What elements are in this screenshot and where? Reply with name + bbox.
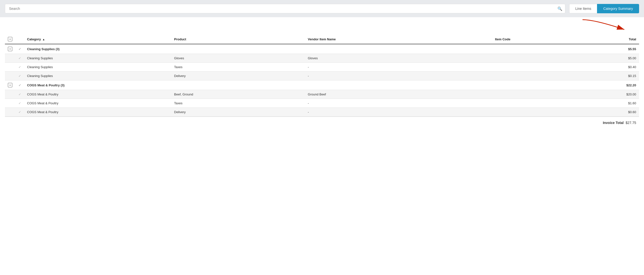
table-row: ✓ Cleaning Supplies Delivery - $0.15	[5, 72, 639, 80]
row-category: COGS Meat & Poultry	[24, 90, 171, 99]
table-area: − Category ▲ Product Vendor Item Name It…	[0, 34, 644, 127]
row-total: $0.60	[572, 108, 639, 116]
row-total: $1.60	[572, 99, 639, 108]
check-icon: ✓	[18, 110, 21, 114]
col-header-check	[15, 34, 24, 44]
group-itemcode-cell	[492, 44, 572, 54]
table-body: − ✓ Cleaning Supplies (3) $5.55 ✓ Cleani…	[5, 44, 639, 116]
check-icon: ✓	[18, 84, 21, 87]
child-check-cell: ✓	[15, 90, 24, 99]
row-product: Delivery	[171, 108, 305, 116]
check-icon: ✓	[18, 74, 21, 78]
table-group-header: − ✓ COGS Meat & Poultry (3) $22.20	[5, 80, 639, 90]
group-total-cell: $5.55	[572, 44, 639, 54]
invoice-total-row: Invoice Total $27.75	[5, 116, 639, 127]
row-product: Taxes	[171, 99, 305, 108]
child-collapse-cell	[5, 63, 15, 72]
col-header-category: Category ▲	[24, 34, 171, 44]
child-check-cell: ✓	[15, 72, 24, 80]
row-vendor-item-name: Gloves	[305, 54, 492, 63]
row-item-code	[492, 99, 572, 108]
table-group-header: − ✓ Cleaning Supplies (3) $5.55	[5, 44, 639, 54]
table-row: ✓ COGS Meat & Poultry Beef, Ground Groun…	[5, 90, 639, 99]
group-itemcode-cell	[492, 80, 572, 90]
group-vendor-cell	[305, 80, 492, 90]
table-header: − Category ▲ Product Vendor Item Name It…	[5, 34, 639, 44]
row-vendor-item-name: -	[305, 108, 492, 116]
line-items-table: − Category ▲ Product Vendor Item Name It…	[5, 34, 639, 116]
group-collapse-btn[interactable]: −	[8, 83, 12, 87]
group-check-cell: ✓	[15, 80, 24, 90]
row-vendor-item-name: -	[305, 72, 492, 80]
row-total: $20.00	[572, 90, 639, 99]
check-icon: ✓	[18, 56, 21, 60]
tab-line-items[interactable]: Line Items	[569, 4, 597, 13]
row-category: Cleaning Supplies	[24, 63, 171, 72]
row-total: $0.40	[572, 63, 639, 72]
invoice-total-value: $27.75	[626, 121, 636, 125]
group-check-cell: ✓	[15, 44, 24, 54]
row-total: $5.00	[572, 54, 639, 63]
search-wrapper: 🔍	[5, 4, 565, 13]
tab-category-summary[interactable]: Category Summary	[597, 4, 639, 13]
group-collapse-cell: −	[5, 44, 15, 54]
check-icon: ✓	[18, 65, 21, 69]
col-header-collapse: −	[5, 34, 15, 44]
child-check-cell: ✓	[15, 63, 24, 72]
row-vendor-item-name: Ground Beef	[305, 90, 492, 99]
search-input[interactable]	[5, 4, 565, 13]
row-vendor-item-name: -	[305, 63, 492, 72]
check-icon: ✓	[18, 92, 21, 96]
row-category: COGS Meat & Poultry	[24, 99, 171, 108]
row-item-code	[492, 72, 572, 80]
table-row: ✓ Cleaning Supplies Taxes - $0.40	[5, 63, 639, 72]
row-product: Beef, Ground	[171, 90, 305, 99]
group-product-cell	[171, 80, 305, 90]
collapse-all-btn[interactable]: −	[8, 37, 12, 41]
row-category: Cleaning Supplies	[24, 54, 171, 63]
arrow-annotation	[0, 17, 644, 32]
child-check-cell: ✓	[15, 54, 24, 63]
row-item-code	[492, 108, 572, 116]
col-header-total: Total	[572, 34, 639, 44]
child-collapse-cell	[5, 99, 15, 108]
group-vendor-cell	[305, 44, 492, 54]
child-collapse-cell	[5, 54, 15, 63]
group-collapse-cell: −	[5, 80, 15, 90]
check-icon: ✓	[18, 47, 21, 51]
col-header-itemcode: Item Code	[492, 34, 572, 44]
search-icon: 🔍	[558, 6, 562, 11]
group-collapse-btn[interactable]: −	[8, 47, 12, 51]
table-row: ✓ COGS Meat & Poultry Taxes - $1.60	[5, 99, 639, 108]
row-total: $0.15	[572, 72, 639, 80]
row-item-code	[492, 90, 572, 99]
table-row: ✓ Cleaning Supplies Gloves Gloves $5.00	[5, 54, 639, 63]
group-name-cell: COGS Meat & Poultry (3)	[24, 80, 171, 90]
child-collapse-cell	[5, 90, 15, 99]
row-product: Gloves	[171, 54, 305, 63]
row-category: Cleaning Supplies	[24, 72, 171, 80]
child-check-cell: ✓	[15, 108, 24, 116]
group-total-cell: $22.20	[572, 80, 639, 90]
child-collapse-cell	[5, 72, 15, 80]
row-product: Delivery	[171, 72, 305, 80]
tab-buttons: Line Items Category Summary	[569, 4, 639, 13]
row-category: COGS Meat & Poultry	[24, 108, 171, 116]
group-product-cell	[171, 44, 305, 54]
check-icon: ✓	[18, 101, 21, 105]
col-header-product: Product	[171, 34, 305, 44]
table-row: ✓ COGS Meat & Poultry Delivery - $0.60	[5, 108, 639, 116]
row-vendor-item-name: -	[305, 99, 492, 108]
group-name-cell: Cleaning Supplies (3)	[24, 44, 171, 54]
invoice-total-label: Invoice Total	[603, 121, 624, 125]
col-header-vendor: Vendor Item Name	[305, 34, 492, 44]
row-product: Taxes	[171, 63, 305, 72]
arrow-icon	[580, 17, 634, 32]
child-collapse-cell	[5, 108, 15, 116]
top-bar: 🔍 Line Items Category Summary	[0, 0, 644, 17]
child-check-cell: ✓	[15, 99, 24, 108]
sort-arrow-icon: ▲	[42, 38, 45, 41]
row-item-code	[492, 63, 572, 72]
row-item-code	[492, 54, 572, 63]
